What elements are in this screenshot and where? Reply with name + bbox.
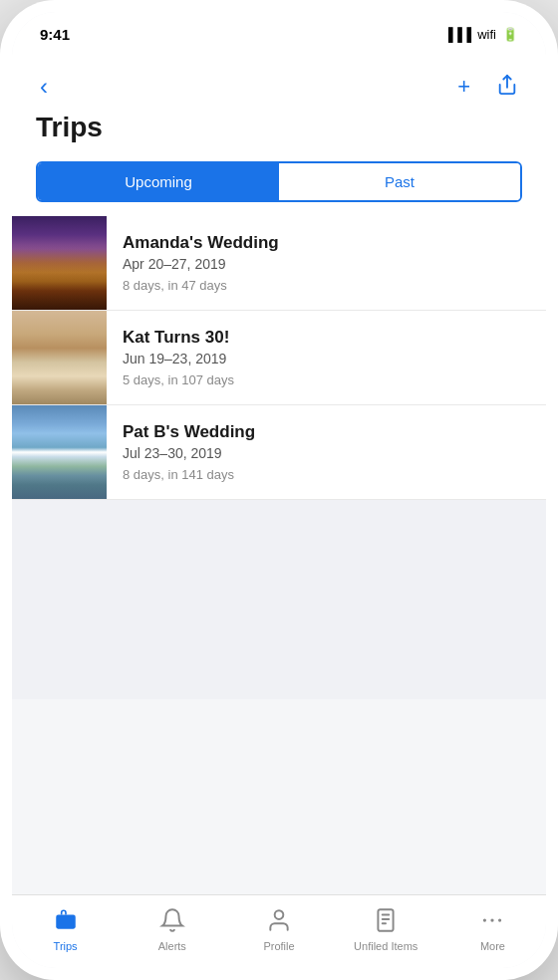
trip-meta-3: 8 days, in 141 days	[123, 467, 530, 482]
tabs-container: Upcoming Past	[12, 161, 546, 202]
add-icon: +	[457, 74, 470, 99]
status-time: 9:41	[40, 26, 70, 43]
share-icon	[496, 74, 518, 96]
nav-trips[interactable]: Trips	[12, 903, 119, 956]
back-icon: ‹	[40, 73, 48, 100]
page-title: Trips	[12, 112, 546, 161]
trip-dates-3: Jul 23–30, 2019	[123, 445, 530, 461]
status-icons: ▐▐▐ wifi 🔋	[444, 27, 518, 42]
trip-info-1: Amanda's Wedding Apr 20–27, 2019 8 days,…	[107, 216, 546, 310]
trip-item[interactable]: Kat Turns 30! Jun 19–23, 2019 5 days, in…	[12, 311, 546, 405]
nav-more-label: More	[480, 940, 505, 952]
svg-point-8	[491, 918, 494, 921]
nav-profile[interactable]: Profile	[225, 903, 332, 956]
trip-image-1	[12, 216, 107, 310]
trip-name-3: Pat B's Wedding	[123, 422, 530, 442]
trip-name-2: Kat Turns 30!	[123, 328, 530, 348]
trips-icon	[53, 907, 79, 937]
unfiled-icon	[373, 907, 399, 937]
nav-unfiled-label: Unfiled Items	[354, 940, 418, 952]
main-content: ‹ + Trips	[12, 56, 546, 894]
share-button[interactable]	[492, 70, 522, 104]
trip-item[interactable]: Amanda's Wedding Apr 20–27, 2019 8 days,…	[12, 216, 546, 311]
trip-image-3	[12, 405, 107, 499]
tabs: Upcoming Past	[36, 161, 522, 202]
alerts-icon	[159, 907, 185, 937]
top-bar: ‹ +	[12, 56, 546, 112]
profile-icon	[266, 907, 292, 937]
svg-point-2	[275, 910, 284, 919]
tab-past[interactable]: Past	[279, 163, 520, 200]
phone-inner: 9:41 ▐▐▐ wifi 🔋 ‹ +	[12, 12, 546, 968]
svg-point-9	[498, 918, 501, 921]
nav-alerts-label: Alerts	[158, 940, 186, 952]
trip-meta-2: 5 days, in 107 days	[123, 372, 530, 387]
tab-upcoming[interactable]: Upcoming	[38, 163, 279, 200]
wifi-icon: wifi	[477, 27, 496, 42]
nav-trips-label: Trips	[54, 940, 78, 952]
empty-area	[12, 500, 546, 699]
trip-dates-2: Jun 19–23, 2019	[123, 351, 530, 367]
nav-profile-label: Profile	[263, 940, 294, 952]
trip-info-3: Pat B's Wedding Jul 23–30, 2019 8 days, …	[107, 405, 546, 499]
top-bar-actions: +	[453, 70, 522, 104]
trip-name-1: Amanda's Wedding	[123, 233, 530, 253]
more-icon	[479, 907, 505, 937]
svg-point-7	[483, 918, 486, 921]
trip-info-2: Kat Turns 30! Jun 19–23, 2019 5 days, in…	[107, 311, 546, 404]
back-button[interactable]: ‹	[36, 71, 52, 103]
trip-dates-1: Apr 20–27, 2019	[123, 256, 530, 272]
trips-list: Amanda's Wedding Apr 20–27, 2019 8 days,…	[12, 216, 546, 894]
battery-icon: 🔋	[502, 27, 518, 42]
svg-rect-1	[56, 915, 76, 929]
phone-shell: 9:41 ▐▐▐ wifi 🔋 ‹ +	[0, 0, 558, 980]
nav-unfiled[interactable]: Unfiled Items	[333, 903, 439, 956]
nav-alerts[interactable]: Alerts	[119, 903, 225, 956]
trip-meta-1: 8 days, in 47 days	[123, 278, 530, 293]
bottom-nav: Trips Alerts Profile	[12, 894, 546, 968]
nav-more[interactable]: More	[439, 903, 546, 956]
signal-icon: ▐▐▐	[444, 27, 472, 42]
status-bar: 9:41 ▐▐▐ wifi 🔋	[12, 12, 546, 56]
svg-rect-3	[379, 909, 394, 931]
trip-image-2	[12, 311, 107, 404]
add-button[interactable]: +	[453, 72, 474, 102]
trip-item[interactable]: Pat B's Wedding Jul 23–30, 2019 8 days, …	[12, 405, 546, 500]
